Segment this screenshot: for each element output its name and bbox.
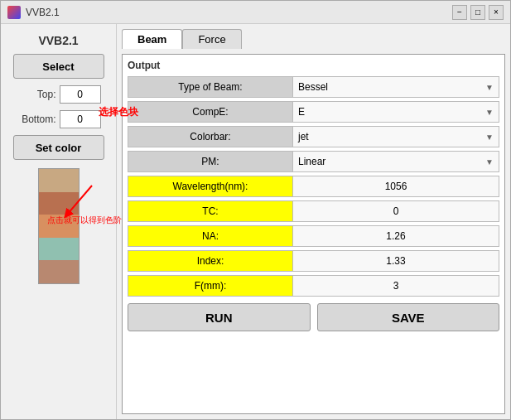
top-input[interactable] (60, 85, 101, 104)
window-controls: − □ × (452, 5, 504, 20)
window-title: VVB2.1 (26, 7, 60, 18)
colorbar-row: Colorbar: jet ▼ (128, 126, 499, 147)
type-of-beam-label: Type of Beam: (128, 76, 293, 98)
pm-value[interactable]: Linear ▼ (293, 151, 499, 172)
compe-text: E (298, 106, 305, 118)
type-of-beam-arrow: ▼ (485, 83, 494, 92)
na-label: NA: (128, 225, 293, 247)
na-value[interactable]: 1.26 (293, 225, 499, 247)
top-label: Top: (13, 89, 56, 100)
app-icon (7, 6, 21, 19)
annotation-click: 点击就可以得到色阶 (47, 215, 122, 226)
compe-row: CompE: E ▼ (128, 101, 499, 123)
annotation-select: 选择色块 (99, 105, 138, 119)
tabs: Beam Force (122, 29, 505, 49)
index-label: Index: (128, 250, 293, 272)
f-label: F(mm): (128, 275, 293, 297)
colorbar-text: jet (298, 131, 309, 142)
na-row: NA: 1.26 (128, 225, 499, 247)
pm-row: PM: Linear ▼ (128, 151, 499, 172)
f-value[interactable]: 3 (293, 275, 499, 297)
setcolor-button[interactable]: Set color (13, 135, 104, 160)
app-title: VVB2.1 (38, 34, 78, 47)
compe-value[interactable]: E ▼ (293, 101, 499, 123)
bottom-label: Bottom: (13, 113, 56, 125)
bottom-field-row: Bottom: (13, 110, 104, 128)
colorbar-value[interactable]: jet ▼ (293, 126, 499, 147)
tc-row: TC: 0 (128, 200, 499, 222)
type-of-beam-row: Type of Beam: Bessel ▼ (128, 76, 499, 98)
wavelength-row: Wavelength(nm): 1056 (128, 176, 499, 197)
type-of-beam-value[interactable]: Bessel ▼ (293, 76, 499, 98)
pm-label: PM: (128, 151, 293, 172)
minimize-button[interactable]: − (452, 5, 467, 20)
compe-label: CompE: (128, 101, 293, 123)
right-panel: Beam Force Output Type of Beam: Bessel ▼… (117, 24, 510, 419)
select-button[interactable]: Select (13, 54, 104, 79)
pm-arrow: ▼ (485, 157, 494, 167)
bottom-input[interactable] (60, 110, 101, 128)
compe-arrow: ▼ (485, 108, 494, 117)
index-value[interactable]: 1.33 (293, 250, 499, 272)
tab-force[interactable]: Force (182, 29, 241, 49)
f-row: F(mm): 3 (128, 275, 499, 297)
swatch-4 (39, 260, 79, 283)
colorbar-arrow: ▼ (485, 133, 494, 142)
index-row: Index: 1.33 (128, 250, 499, 272)
bottom-buttons: RUN SAVE (128, 303, 499, 331)
tab-beam[interactable]: Beam (122, 29, 182, 49)
wavelength-value[interactable]: 1056 (293, 176, 499, 197)
pm-text: Linear (298, 156, 325, 167)
output-box: Output Type of Beam: Bessel ▼ CompE: E ▼ (122, 54, 505, 414)
type-of-beam-text: Bessel (298, 81, 328, 93)
svg-line-1 (67, 186, 92, 215)
colorbar-label: Colorbar: (128, 126, 293, 147)
close-button[interactable]: × (489, 5, 504, 20)
top-field-row: Top: (13, 85, 104, 104)
maximize-button[interactable]: □ (470, 5, 485, 20)
tc-label: TC: (128, 200, 293, 222)
save-button[interactable]: SAVE (317, 303, 500, 331)
tc-value[interactable]: 0 (293, 200, 499, 222)
output-label: Output (128, 60, 499, 71)
title-bar: VVB2.1 − □ × (1, 1, 510, 24)
run-button[interactable]: RUN (128, 303, 311, 331)
swatch-3 (39, 238, 79, 261)
wavelength-label: Wavelength(nm): (128, 176, 293, 197)
left-panel: VVB2.1 Select Top: Bottom: Set color 选择色… (1, 24, 117, 419)
